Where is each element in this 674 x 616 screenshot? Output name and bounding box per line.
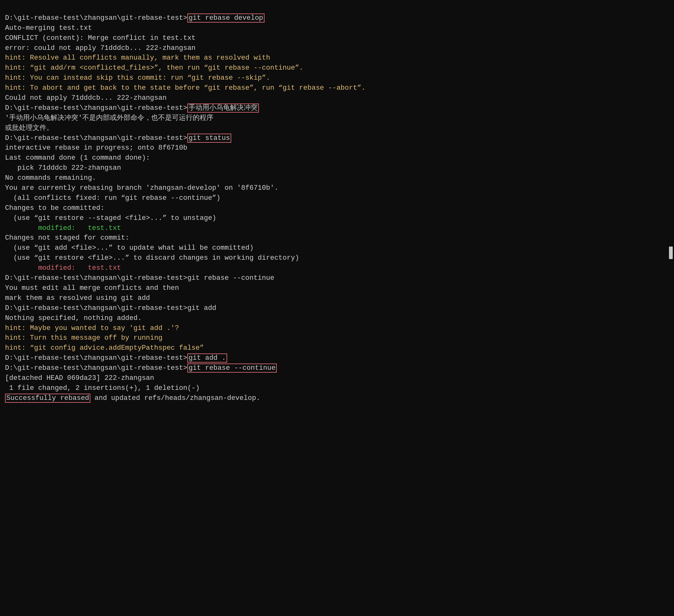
terminal-line: (use “git restore <file>...” to discard … [5, 253, 669, 263]
command-text: git add [187, 304, 216, 312]
terminal-line: hint: Resolve all conflicts manually, ma… [5, 53, 669, 63]
terminal-line: No commands remaining. [5, 173, 669, 183]
terminal-line: Last command done (1 command done): [5, 153, 669, 163]
prompt: D:\git-rebase-test\zhangsan\git-rebase-t… [5, 304, 187, 312]
terminal-line: (all conflicts fixed: run “git rebase --… [5, 193, 669, 203]
terminal-line: (use “git restore --staged <file>...” to… [5, 213, 669, 223]
scrollbar[interactable] [669, 247, 673, 259]
terminal-line: hint: You can instead skip this commit: … [5, 73, 669, 83]
terminal-line: CONFLICT (content): Merge conflict in te… [5, 33, 669, 43]
terminal-line: interactive rebase in progress; onto 8f6… [5, 143, 669, 153]
terminal-line: error: could not apply 71dddcb... 222-zh… [5, 43, 669, 53]
success-rest: and updated refs/heads/zhangsan-develop. [90, 394, 260, 402]
command-highlight: git add . [187, 354, 227, 363]
terminal-line: 1 file changed, 2 insertions(+), 1 delet… [5, 383, 669, 393]
terminal-line: D:\git-rebase-test\zhangsan\git-rebase-t… [5, 103, 669, 113]
command-highlight: git rebase --continue [187, 364, 277, 373]
prompt: D:\git-rebase-test\zhangsan\git-rebase-t… [5, 354, 187, 362]
terminal-line: [detached HEAD 069da23] 222-zhangsan [5, 373, 669, 383]
command-highlight: git status [187, 134, 231, 143]
terminal-line: Changes to be committed: [5, 203, 669, 213]
terminal-line: D:\git-rebase-test\zhangsan\git-rebase-t… [5, 133, 669, 143]
terminal-line: hint: To abort and get back to the state… [5, 83, 669, 93]
terminal-line: '手动用小乌龟解决冲突'不是内部或外部命令，也不是可运行的程序 [5, 113, 669, 123]
prompt: D:\git-rebase-test\zhangsan\git-rebase-t… [5, 364, 187, 372]
terminal-line: pick 71dddcb 222-zhangsan [5, 163, 669, 173]
prompt: D:\git-rebase-test\zhangsan\git-rebase-t… [5, 104, 187, 112]
terminal-line: hint: “git add/rm <conflicted_files>”, t… [5, 63, 669, 73]
command-text: 8f6710b [158, 144, 187, 152]
prompt: D:\git-rebase-test\zhangsan\git-rebase-t… [5, 134, 187, 142]
terminal-line: Successfully rebased and updated refs/he… [5, 393, 669, 403]
prompt: D:\git-rebase-test\zhangsan\git-rebase-t… [5, 14, 187, 22]
terminal-line: You must edit all merge conflicts and th… [5, 283, 669, 293]
terminal-output: D:\git-rebase-test\zhangsan\git-rebase-t… [5, 3, 669, 403]
terminal-line: D:\git-rebase-test\zhangsan\git-rebase-t… [5, 353, 669, 363]
terminal-line: Changes not staged for commit: [5, 233, 669, 243]
terminal-line: Could not apply 71dddcb... 222-zhangsan [5, 93, 669, 103]
prompt: D:\git-rebase-test\zhangsan\git-rebase-t… [5, 274, 187, 282]
command-highlight: 手动用小乌龟解决冲突 [187, 104, 259, 113]
terminal-line: D:\git-rebase-test\zhangsan\git-rebase-t… [5, 13, 669, 23]
terminal-line: You are currently rebasing branch 'zhang… [5, 183, 669, 193]
command-highlight: git rebase develop [187, 13, 264, 23]
terminal-line: hint: Maybe you wanted to say 'git add .… [5, 323, 669, 334]
terminal-line: 或批处理文件。 [5, 123, 669, 133]
terminal-line: Auto-merging test.txt [5, 23, 669, 33]
command-text: git rebase --continue [187, 274, 274, 282]
terminal-line: D:\git-rebase-test\zhangsan\git-rebase-t… [5, 273, 669, 283]
prompt: interactive rebase in progress; onto [5, 144, 158, 152]
terminal-line: Nothing specified, nothing added. [5, 313, 669, 323]
terminal-line: D:\git-rebase-test\zhangsan\git-rebase-t… [5, 363, 669, 373]
terminal-line: hint: “git config advice.addEmptyPathspe… [5, 343, 669, 353]
terminal-line: mark them as resolved using git add [5, 293, 669, 303]
success-highlight: Successfully rebased [5, 394, 90, 403]
terminal-line: D:\git-rebase-test\zhangsan\git-rebase-t… [5, 303, 669, 313]
terminal-line: modified: test.txt [5, 223, 669, 233]
terminal-line: modified: test.txt [5, 263, 669, 273]
terminal-line: (use “git add <file>...” to update what … [5, 243, 669, 253]
terminal-line: hint: Turn this message off by running [5, 333, 669, 343]
